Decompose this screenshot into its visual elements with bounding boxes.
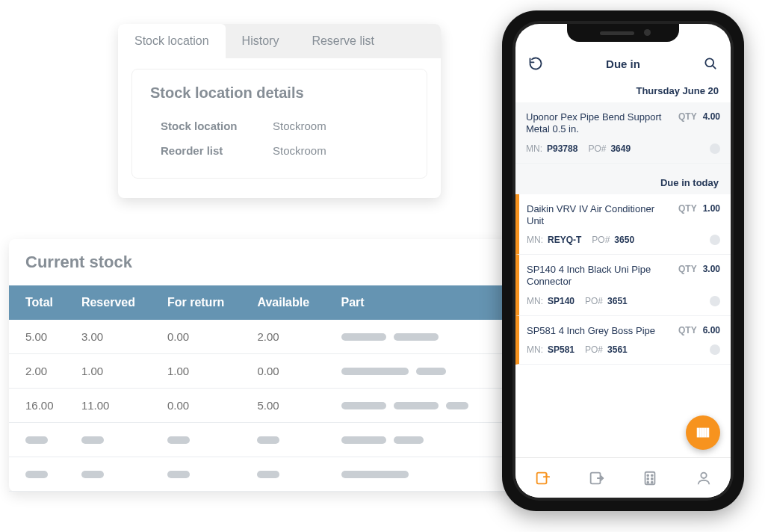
section-header: Due in today [515,164,731,194]
tab-stock-location[interactable]: Stock location [118,24,226,58]
list-item[interactable]: SP581 4 Inch Grey Boss Pipe QTY6.00 MN: … [515,316,731,365]
stock-table: Total Reserved For return Available Part… [9,285,511,492]
cell-available: 5.00 [250,389,333,423]
mn-value: REYQ-T [548,235,581,245]
table-row[interactable]: 2.00 1.00 1.00 0.00 [9,354,511,389]
svg-point-18 [701,472,706,477]
svg-point-12 [647,474,648,476]
cell-part [334,320,511,354]
po-value: 3651 [607,296,628,306]
mn-value: SP581 [548,344,574,355]
item-name: SP581 4 Inch Grey Boss Pipe [527,325,668,337]
app-title: Due in [606,58,640,70]
cell-reserved: 11.00 [74,389,160,423]
table-row[interactable] [9,457,511,492]
svg-point-15 [651,478,653,480]
cell-reserved: 3.00 [74,320,160,354]
svg-point-16 [647,481,648,483]
current-stock-card: Current stock Total Reserved For return … [9,239,511,492]
po-value: 3650 [614,235,634,245]
cell-total: 5.00 [9,320,74,354]
svg-rect-2 [698,429,699,437]
cell-reserved: 1.00 [74,354,160,389]
stock-location-details-card: Stock location History Reserve list Stoc… [118,24,441,198]
status-dot-icon [710,143,720,154]
section-header: Thursday June 20 [515,72,731,102]
cell-part [334,389,511,423]
tab-reserve-list[interactable]: Reserve list [295,24,391,58]
svg-rect-7 [537,472,547,483]
svg-rect-4 [702,429,704,437]
value-stock-location: Stockroom [273,120,326,132]
table-row[interactable] [9,423,511,457]
svg-rect-5 [705,429,706,437]
tab-outbox-icon[interactable] [587,469,605,487]
po-label: PO# [588,143,606,154]
search-icon[interactable] [702,55,719,72]
svg-point-17 [651,481,653,483]
tabs-row: Stock location History Reserve list [118,24,441,58]
tab-keypad-icon[interactable] [641,469,659,487]
phone-notch [567,24,679,42]
cell-total: 2.00 [9,354,74,389]
label-reorder-list: Reorder list [161,144,273,157]
status-dot-icon [710,296,720,306]
col-total[interactable]: Total [9,285,74,320]
list-item[interactable]: Uponor Pex Pipe Bend Support Metal 0.5 i… [515,102,731,164]
svg-rect-6 [707,429,709,437]
col-for-return[interactable]: For return [160,285,250,320]
item-name: Uponor Pex Pipe Bend Support Metal 0.5 i… [526,111,668,136]
table-row[interactable]: 5.00 3.00 0.00 2.00 [9,320,511,354]
cell-for-return: 1.00 [160,354,250,389]
svg-line-1 [713,66,716,69]
mn-label: MN: [526,143,542,154]
po-value: 3649 [610,143,631,154]
list-item[interactable]: Daikin VRV IV Air Conditioner Unit QTY1.… [515,194,731,256]
list-item[interactable]: SP140 4 Inch Black Uni Pipe Connector QT… [515,255,731,316]
item-name: SP140 4 Inch Black Uni Pipe Connector [527,264,668,288]
qty-value: 4.00 [703,111,720,122]
current-stock-title: Current stock [25,253,511,272]
qty-value: 6.00 [703,325,720,335]
cell-for-return: 0.00 [160,320,250,354]
item-name: Daikin VRV IV Air Conditioner Unit [527,203,668,228]
bottom-tabbar [515,457,731,498]
col-part[interactable]: Part [334,285,511,320]
qty-value: 3.00 [703,264,720,274]
details-title: Stock location details [150,84,409,102]
mn-value: SP140 [548,296,574,306]
tab-inbox-icon[interactable] [533,469,551,487]
tab-history[interactable]: History [226,24,296,58]
qty-value: 1.00 [703,203,720,214]
cell-available: 2.00 [250,320,333,354]
cell-for-return: 0.00 [160,389,250,423]
label-stock-location: Stock location [161,120,273,132]
status-dot-icon [710,344,720,355]
status-dot-icon [710,235,720,245]
mn-value: P93788 [547,143,577,154]
value-reorder-list: Stockroom [273,144,326,157]
barcode-scan-button[interactable] [686,415,720,450]
cell-part [334,354,511,389]
svg-point-14 [647,478,648,480]
cell-available: 0.00 [250,354,333,389]
phone-screen: Due in Thursday June 20 Uponor Pex Pipe … [515,24,731,498]
svg-rect-3 [700,429,701,437]
svg-point-13 [651,474,653,476]
phone-frame: Due in Thursday June 20 Uponor Pex Pipe … [502,10,744,511]
qty-label: QTY [678,111,697,122]
tab-profile-icon[interactable] [695,469,713,487]
refresh-icon[interactable] [527,55,544,72]
table-row[interactable]: 16.00 11.00 0.00 5.00 [9,389,511,423]
cell-total: 16.00 [9,389,74,423]
col-reserved[interactable]: Reserved [74,285,160,320]
po-value: 3561 [607,344,628,355]
col-available[interactable]: Available [250,285,333,320]
